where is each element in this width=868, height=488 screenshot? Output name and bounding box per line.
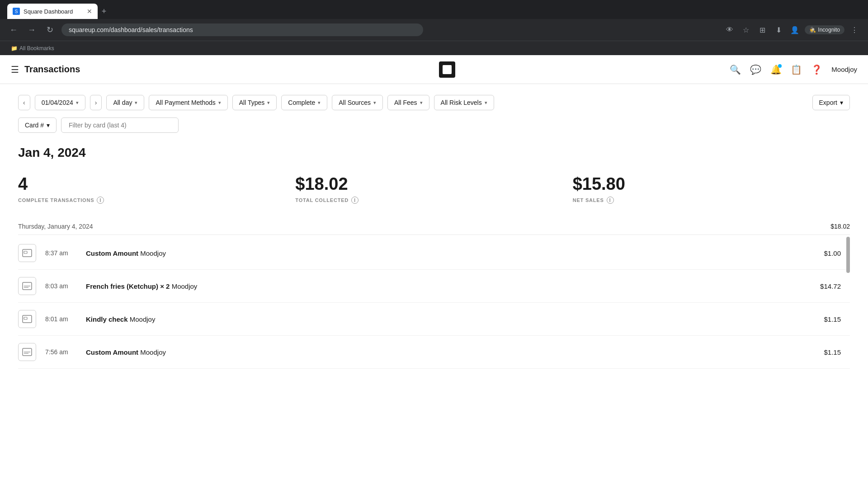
all-day-filter-button[interactable]: All day ▾ [106, 95, 144, 110]
transaction-amount-3: $1.15 [824, 348, 850, 356]
card-filter-row: Card # ▾ [18, 117, 850, 133]
all-sources-chevron-icon: ▾ [373, 100, 376, 106]
bookmark-star-icon[interactable]: ☆ [740, 23, 752, 36]
card-hash-filter-button[interactable]: Card # ▾ [18, 117, 57, 133]
section-date: Thursday, January 4, 2024 [18, 223, 93, 230]
incognito-icon: 🕵 [809, 27, 816, 33]
all-risk-levels-filter-button[interactable]: All Risk Levels ▾ [434, 95, 494, 110]
tab-title: Square Dashboard [24, 8, 73, 15]
transaction-time-0: 8:37 am [45, 249, 86, 257]
transactions-count-block: 4 COMPLETE TRANSACTIONS i [18, 174, 295, 204]
complete-chevron-icon: ▾ [318, 100, 321, 106]
transaction-row[interactable]: 8:37 am Custom Amount Moodjoy $1.00 [18, 237, 850, 270]
back-button[interactable]: ← [7, 23, 20, 36]
net-sales-label: NET SALES i [573, 197, 850, 204]
page-title: Transactions [24, 64, 80, 75]
transaction-icon-2 [18, 310, 36, 328]
total-collected: $18.02 [295, 174, 572, 194]
all-risk-levels-label: All Risk Levels [441, 99, 482, 106]
stats-row: 4 COMPLETE TRANSACTIONS i $18.02 TOTAL C… [18, 174, 850, 204]
header-right: 🔍 💬 🔔 📋 ❓ Moodjoy [730, 64, 857, 75]
svg-rect-7 [24, 317, 27, 319]
transaction-row[interactable]: 8:03 am French fries (Ketchup) × 2 Moodj… [18, 270, 850, 303]
transaction-row[interactable]: 7:56 am Custom Amount Moodjoy $1.15 [18, 336, 850, 369]
reload-button[interactable]: ↻ [43, 23, 56, 36]
app-header: ☰ Transactions 🔍 💬 🔔 📋 ❓ Moodjoy [0, 55, 868, 84]
bell-icon[interactable]: 🔔 [770, 64, 782, 75]
help-icon[interactable]: ❓ [811, 64, 822, 75]
export-label: Export [819, 99, 837, 106]
reports-icon[interactable]: 📋 [791, 64, 802, 75]
download-icon[interactable]: ⬇ [772, 23, 785, 36]
transaction-desc-3: Custom Amount Moodjoy [86, 348, 824, 356]
payment-methods-filter-button[interactable]: All Payment Methods ▾ [149, 95, 227, 110]
menu-icon[interactable]: ⋮ [848, 23, 861, 36]
scrollbar-thumb[interactable] [846, 237, 850, 273]
transaction-icon-0 [18, 244, 36, 262]
all-types-filter-button[interactable]: All Types ▾ [232, 95, 277, 110]
transactions-info-icon[interactable]: i [97, 197, 104, 204]
total-collected-info-icon[interactable]: i [351, 197, 359, 204]
address-bar[interactable] [61, 23, 423, 36]
chat-icon[interactable]: 💬 [750, 64, 761, 75]
logo-area: ☰ Transactions [11, 64, 165, 75]
extensions-icon[interactable]: ⊞ [756, 23, 769, 36]
transactions-count: 4 [18, 174, 295, 194]
bookmarks-item[interactable]: 📁 All Bookmarks [7, 44, 58, 52]
net-sales-block: $15.80 NET SALES i [573, 174, 850, 204]
all-fees-chevron-icon: ▾ [420, 100, 423, 106]
forward-button[interactable]: → [25, 23, 38, 36]
main-content: ‹ 01/04/2024 ▾ › All day ▾ All Payment M… [0, 84, 868, 488]
tab-favicon: S [13, 8, 20, 15]
header-center [165, 61, 730, 78]
date-chevron-icon: ▾ [76, 100, 79, 106]
new-tab-button[interactable]: + [98, 5, 110, 18]
export-button[interactable]: Export ▾ [812, 95, 850, 110]
square-logo [439, 61, 455, 78]
transaction-desc-2: Kindly check Moodjoy [86, 315, 824, 323]
transaction-amount-1: $14.72 [820, 282, 850, 290]
browser-tab[interactable]: S Square Dashboard ✕ [7, 4, 98, 19]
all-sources-filter-button[interactable]: All Sources ▾ [332, 95, 383, 110]
all-day-label: All day [113, 99, 132, 106]
total-collected-block: $18.02 TOTAL COLLECTED i [295, 174, 572, 204]
transactions-section: Thursday, January 4, 2024 $18.02 8:37 am… [18, 218, 850, 369]
all-day-chevron-icon: ▾ [135, 100, 137, 106]
net-sales-info-icon[interactable]: i [607, 197, 614, 204]
card-hash-chevron-icon: ▾ [47, 122, 50, 129]
transactions-list: 8:37 am Custom Amount Moodjoy $1.00 8:03… [18, 237, 850, 369]
all-types-chevron-icon: ▾ [267, 100, 270, 106]
payment-methods-label: All Payment Methods [156, 99, 215, 106]
next-date-button[interactable]: › [90, 95, 102, 110]
complete-label: Complete [288, 99, 315, 106]
profile-icon[interactable]: 👤 [788, 23, 801, 36]
transaction-desc-0: Custom Amount Moodjoy [86, 249, 824, 257]
total-collected-label: TOTAL COLLECTED i [295, 197, 572, 204]
transaction-amount-2: $1.15 [824, 315, 850, 323]
transaction-time-3: 7:56 am [45, 348, 86, 356]
search-icon[interactable]: 🔍 [730, 64, 741, 75]
section-date-row: Thursday, January 4, 2024 $18.02 [18, 218, 850, 235]
svg-rect-2 [24, 251, 27, 253]
date-heading: Jan 4, 2024 [18, 145, 850, 160]
date-filter-label: 01/04/2024 [42, 99, 73, 106]
svg-rect-0 [443, 65, 452, 74]
incognito-pill: 🕵 Incognito [805, 25, 844, 34]
all-fees-label: All Fees [394, 99, 417, 106]
card-search-input[interactable] [61, 117, 179, 133]
hamburger-icon[interactable]: ☰ [11, 64, 19, 75]
user-name[interactable]: Moodjoy [831, 66, 857, 73]
complete-filter-button[interactable]: Complete ▾ [281, 95, 327, 110]
all-sources-label: All Sources [339, 99, 371, 106]
incognito-label: Incognito [818, 27, 840, 33]
transaction-desc-1: French fries (Ketchup) × 2 Moodjoy [86, 282, 820, 290]
export-chevron-icon: ▾ [840, 99, 843, 106]
transaction-icon-3 [18, 343, 36, 361]
transaction-row[interactable]: 8:01 am Kindly check Moodjoy $1.15 [18, 303, 850, 336]
tab-close-button[interactable]: ✕ [87, 8, 92, 15]
all-fees-filter-button[interactable]: All Fees ▾ [387, 95, 429, 110]
prev-date-button[interactable]: ‹ [18, 95, 30, 110]
transaction-icon-1 [18, 277, 36, 295]
transactions-label: COMPLETE TRANSACTIONS i [18, 197, 295, 204]
date-filter-button[interactable]: 01/04/2024 ▾ [35, 95, 85, 110]
